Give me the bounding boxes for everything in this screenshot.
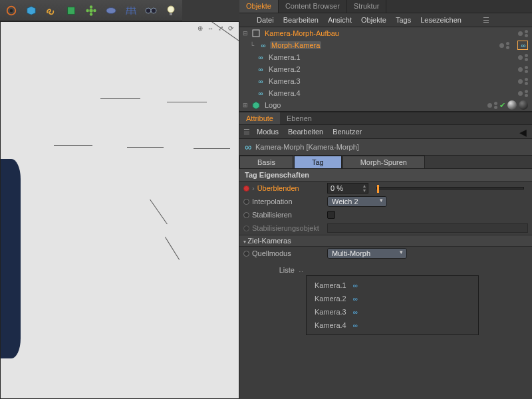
tab-basis[interactable]: Basis [239, 156, 293, 168]
object-label[interactable]: Kamera.2 [267, 65, 302, 73]
object-label[interactable]: Kamera-Morph-Aufbau [263, 29, 340, 37]
list-item[interactable]: Kamera.2∞ [307, 292, 478, 305]
camera-icon: ∞ [255, 66, 265, 73]
menu-benutzer[interactable]: Benutzer [332, 128, 362, 136]
blend-slider[interactable] [376, 187, 524, 190]
camera-icon: ∞ [353, 322, 356, 329]
expander-icon[interactable]: ⊞ [242, 102, 249, 108]
bulb-icon[interactable] [162, 2, 180, 19]
list-item[interactable]: Kamera.1∞ [307, 279, 478, 292]
grid-icon[interactable] [122, 2, 140, 19]
gear-icon[interactable] [3, 2, 20, 19]
camera-icon: ∞ [353, 282, 356, 289]
interpolation-select[interactable]: Weich 2 [327, 196, 387, 207]
tree-row[interactable]: ∞ Kamera.4 [239, 87, 532, 99]
sphere-tag-icon[interactable] [519, 100, 528, 110]
svg-point-11 [168, 6, 174, 13]
prop-label: Stabilisieren [252, 211, 292, 219]
prop-label: Liste [279, 266, 295, 274]
keyframe-dot-icon[interactable] [243, 186, 249, 192]
svg-point-5 [90, 13, 93, 16]
viewport[interactable]: ⊕ ↔ ⤢ ⟳ [0, 21, 239, 399]
svg-point-6 [86, 9, 89, 12]
sourcemode-select[interactable]: Multi-Morph [327, 248, 407, 259]
tree-row[interactable]: ∞ Kamera.3 [239, 75, 532, 87]
object-label[interactable]: Kamera.3 [267, 77, 302, 85]
object-label[interactable]: Logo [263, 101, 282, 109]
tab-struktur[interactable]: Struktur [347, 0, 387, 13]
object-label[interactable]: Morph-Kamera [270, 41, 321, 49]
flower-icon[interactable] [82, 2, 100, 19]
objects-panel-tabs: Objekte Content Browser Struktur [239, 0, 532, 13]
stabilize-checkbox[interactable] [327, 211, 335, 219]
camera-icon: ∞ [255, 90, 265, 97]
subsection-header[interactable]: Ziel-Kameras [239, 235, 532, 247]
tab-tag[interactable]: Tag [294, 156, 342, 168]
select-value: Weich 2 [332, 198, 358, 205]
tab-content-browser[interactable]: Content Browser [279, 0, 347, 13]
camera-icon: ∞ [255, 54, 265, 61]
object-label[interactable]: Kamera.1 [267, 53, 302, 61]
tree-branch-icon: └ [249, 42, 255, 49]
tab-ebenen[interactable]: Ebenen [280, 112, 319, 124]
expander-icon[interactable]: ⊟ [242, 30, 249, 37]
keyframe-dot-icon[interactable] [243, 251, 249, 257]
disc-icon[interactable] [102, 2, 120, 19]
svg-point-1 [10, 9, 13, 12]
cube-icon[interactable] [23, 2, 40, 19]
camera-list[interactable]: Kamera.1∞ Kamera.2∞ Kamera.3∞ Kamera.4∞ [306, 275, 479, 335]
morph-tag-icon[interactable]: ∞ [517, 41, 528, 50]
menu-icon[interactable]: ☰ [483, 16, 489, 25]
keyframe-dot-icon[interactable] [243, 212, 249, 218]
tree-row[interactable]: ⊟ Kamera-Morph-Aufbau [239, 27, 532, 39]
menu-datei[interactable]: Datei [257, 16, 274, 24]
link-field [327, 223, 528, 233]
select-value: Multi-Morph [332, 249, 370, 257]
menu-tags[interactable]: Tags [396, 16, 411, 24]
object-title: Kamera-Morph [Kamera-Morph] [255, 143, 359, 151]
prop-list: Liste‥ [239, 260, 532, 275]
camera-icon: ∞ [353, 309, 356, 316]
svg-rect-2 [68, 7, 75, 14]
slider-thumb[interactable] [377, 185, 379, 193]
list-item-label: Kamera.3 [315, 308, 346, 316]
tab-objekte[interactable]: Objekte [239, 0, 279, 13]
objects-menubar: ☰ Datei Bearbeiten Ansicht Objekte Tags … [239, 13, 532, 27]
blend-field[interactable]: ▴▾ [327, 183, 368, 194]
menu-lesezeichen[interactable]: Lesezeichen [420, 16, 462, 24]
spinner-icon[interactable]: ▴▾ [361, 184, 368, 193]
keyframe-dot-icon [243, 225, 249, 231]
menu-bearbeiten[interactable]: Bearbeiten [283, 16, 319, 24]
keyframe-dot-icon[interactable] [243, 199, 249, 205]
polygon-icon [251, 101, 261, 109]
list-item[interactable]: Kamera.3∞ [307, 305, 478, 319]
attribute-panel: Attribute Ebenen ☰ Modus Bearbeiten Benu… [239, 112, 532, 399]
tree-row[interactable]: ∞ Kamera.1 [239, 51, 532, 63]
list-item[interactable]: Kamera.4∞ [307, 319, 478, 332]
glasses-icon[interactable] [142, 2, 160, 19]
link-icon[interactable] [43, 2, 60, 19]
menu-objekte[interactable]: Objekte [361, 16, 386, 24]
object-label[interactable]: Kamera.4 [267, 89, 302, 97]
cube-plus-icon[interactable] [63, 2, 80, 19]
svg-point-8 [106, 7, 116, 13]
object-title-row: ∞ Kamera-Morph [Kamera-Morph] [239, 139, 532, 156]
menu-ansicht[interactable]: Ansicht [328, 16, 352, 24]
svg-point-10 [151, 8, 156, 13]
viewport-gizmo[interactable]: ⊕ ↔ ⤢ ⟳ [198, 25, 235, 32]
list-item-label: Kamera.4 [315, 321, 346, 329]
tree-row[interactable]: └ ∞ Morph-Kamera ∞ [239, 39, 532, 51]
back-arrow-icon[interactable]: ◀ [519, 127, 527, 138]
menu-bearbeiten[interactable]: Bearbeiten [288, 128, 323, 136]
prop-label: Interpolation [252, 198, 293, 205]
tree-row[interactable]: ⊞ Logo ✔ [239, 99, 532, 111]
material-tag-icon[interactable] [507, 100, 517, 110]
tab-attribute[interactable]: Attribute [239, 112, 280, 124]
menu-icon[interactable]: ☰ [243, 128, 250, 136]
object-tree[interactable]: ⊟ Kamera-Morph-Aufbau └ ∞ Morph-Kamera ∞… [239, 27, 532, 112]
blend-input[interactable] [328, 184, 361, 192]
tree-row[interactable]: ∞ Kamera.2 [239, 63, 532, 75]
tab-morph-spuren[interactable]: Morph-Spuren [342, 156, 425, 168]
menu-modus[interactable]: Modus [257, 128, 279, 136]
svg-point-7 [93, 9, 96, 12]
